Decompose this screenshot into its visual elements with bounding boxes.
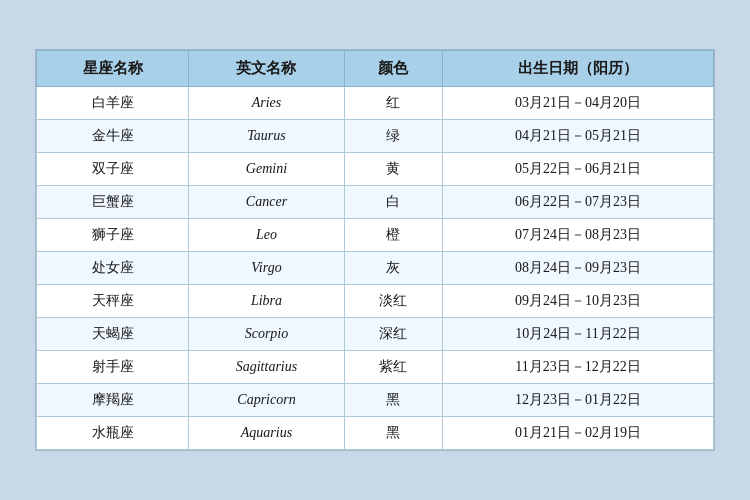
cell-color: 紫红 [344, 351, 443, 384]
cell-chinese-name: 水瓶座 [37, 417, 189, 450]
cell-chinese-name: 处女座 [37, 252, 189, 285]
cell-color: 黑 [344, 417, 443, 450]
cell-english-name: Leo [189, 219, 344, 252]
cell-dates: 05月22日－06月21日 [443, 153, 714, 186]
cell-english-name: Cancer [189, 186, 344, 219]
cell-dates: 11月23日－12月22日 [443, 351, 714, 384]
cell-chinese-name: 巨蟹座 [37, 186, 189, 219]
table-row: 处女座Virgo灰08月24日－09月23日 [37, 252, 714, 285]
cell-dates: 04月21日－05月21日 [443, 120, 714, 153]
table-row: 狮子座Leo橙07月24日－08月23日 [37, 219, 714, 252]
cell-color: 橙 [344, 219, 443, 252]
cell-color: 淡红 [344, 285, 443, 318]
cell-dates: 03月21日－04月20日 [443, 87, 714, 120]
cell-chinese-name: 白羊座 [37, 87, 189, 120]
zodiac-table-container: 星座名称 英文名称 颜色 出生日期（阳历） 白羊座Aries红03月21日－04… [35, 49, 715, 451]
table-row: 摩羯座Capricorn黑12月23日－01月22日 [37, 384, 714, 417]
cell-english-name: Aries [189, 87, 344, 120]
cell-chinese-name: 狮子座 [37, 219, 189, 252]
table-row: 射手座Sagittarius紫红11月23日－12月22日 [37, 351, 714, 384]
cell-english-name: Virgo [189, 252, 344, 285]
cell-color: 白 [344, 186, 443, 219]
cell-english-name: Aquarius [189, 417, 344, 450]
table-row: 金牛座Taurus绿04月21日－05月21日 [37, 120, 714, 153]
cell-color: 黄 [344, 153, 443, 186]
cell-english-name: Gemini [189, 153, 344, 186]
cell-chinese-name: 金牛座 [37, 120, 189, 153]
table-row: 天蝎座Scorpio深红10月24日－11月22日 [37, 318, 714, 351]
cell-chinese-name: 射手座 [37, 351, 189, 384]
cell-chinese-name: 天蝎座 [37, 318, 189, 351]
cell-english-name: Capricorn [189, 384, 344, 417]
zodiac-table: 星座名称 英文名称 颜色 出生日期（阳历） 白羊座Aries红03月21日－04… [36, 50, 714, 450]
cell-color: 深红 [344, 318, 443, 351]
table-row: 白羊座Aries红03月21日－04月20日 [37, 87, 714, 120]
cell-color: 黑 [344, 384, 443, 417]
cell-dates: 07月24日－08月23日 [443, 219, 714, 252]
table-header-row: 星座名称 英文名称 颜色 出生日期（阳历） [37, 51, 714, 87]
header-chinese-name: 星座名称 [37, 51, 189, 87]
cell-english-name: Taurus [189, 120, 344, 153]
cell-dates: 10月24日－11月22日 [443, 318, 714, 351]
cell-dates: 12月23日－01月22日 [443, 384, 714, 417]
cell-dates: 01月21日－02月19日 [443, 417, 714, 450]
cell-dates: 06月22日－07月23日 [443, 186, 714, 219]
header-color: 颜色 [344, 51, 443, 87]
table-body: 白羊座Aries红03月21日－04月20日金牛座Taurus绿04月21日－0… [37, 87, 714, 450]
cell-english-name: Libra [189, 285, 344, 318]
cell-dates: 08月24日－09月23日 [443, 252, 714, 285]
table-row: 天秤座Libra淡红09月24日－10月23日 [37, 285, 714, 318]
header-english-name: 英文名称 [189, 51, 344, 87]
table-row: 巨蟹座Cancer白06月22日－07月23日 [37, 186, 714, 219]
header-dates: 出生日期（阳历） [443, 51, 714, 87]
cell-chinese-name: 天秤座 [37, 285, 189, 318]
cell-color: 灰 [344, 252, 443, 285]
cell-english-name: Scorpio [189, 318, 344, 351]
table-row: 双子座Gemini黄05月22日－06月21日 [37, 153, 714, 186]
cell-english-name: Sagittarius [189, 351, 344, 384]
cell-color: 绿 [344, 120, 443, 153]
cell-dates: 09月24日－10月23日 [443, 285, 714, 318]
cell-chinese-name: 摩羯座 [37, 384, 189, 417]
cell-chinese-name: 双子座 [37, 153, 189, 186]
table-row: 水瓶座Aquarius黑01月21日－02月19日 [37, 417, 714, 450]
cell-color: 红 [344, 87, 443, 120]
